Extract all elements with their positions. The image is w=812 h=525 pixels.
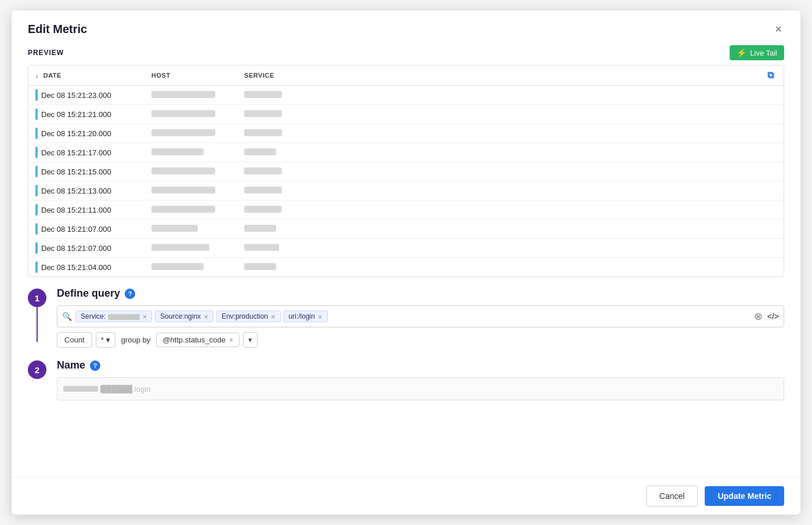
table-row: Dec 08 15:21:07.000	[28, 220, 784, 239]
code-view-button[interactable]: </>	[767, 312, 779, 321]
name-blurred-prefix	[63, 386, 98, 392]
group-by-tag[interactable]: @http.status_code ×	[156, 333, 240, 347]
edit-metric-modal: Edit Metric × PREVIEW ⚡ Live Tail ↓	[12, 10, 800, 515]
modal-footer: Cancel Update Metric	[12, 477, 800, 515]
step-connector-line	[37, 307, 38, 342]
update-metric-button[interactable]: Update Metric	[705, 486, 784, 506]
date-value: Dec 08 15:21:07.000	[41, 225, 111, 234]
define-query-help-icon[interactable]: ?	[125, 289, 135, 299]
host-blurred	[151, 225, 198, 232]
table-row: Dec 08 15:21:13.000	[28, 181, 784, 200]
cancel-button[interactable]: Cancel	[646, 486, 698, 506]
name-help-icon[interactable]: ?	[90, 360, 100, 371]
host-blurred	[151, 187, 215, 194]
modal-header: Edit Metric ×	[12, 10, 800, 45]
service-blurred	[244, 263, 276, 270]
preview-table: ↓ DATE HOST SERVICE ⧉	[28, 65, 784, 276]
col-header-host[interactable]: HOST	[144, 65, 237, 86]
name-section: 2 Name ?	[28, 359, 784, 400]
row-indicator	[35, 204, 38, 216]
group-tag-close[interactable]: ×	[229, 336, 233, 344]
expand-icon[interactable]: ⧉	[767, 70, 774, 81]
table-cell-empty	[330, 181, 784, 200]
table-cell-service	[237, 200, 330, 220]
date-value: Dec 08 15:21:04.000	[41, 263, 111, 272]
table-cell-host	[144, 86, 237, 105]
table-row: Dec 08 15:21:15.000	[28, 162, 784, 181]
date-value: Dec 08 15:21:20.000	[41, 129, 111, 138]
star-label: *	[101, 336, 104, 344]
service-blurred	[244, 148, 276, 155]
row-indicator	[35, 242, 38, 254]
table-row: Dec 08 15:21:07.000	[28, 239, 784, 258]
group-dropdown-button[interactable]: ▾	[243, 332, 258, 348]
host-blurred	[151, 148, 204, 155]
filter-tag-source[interactable]: Source:nginx ×	[155, 311, 213, 322]
table-cell-host	[144, 220, 237, 239]
row-indicator	[35, 166, 38, 177]
table-cell-service	[237, 258, 330, 277]
filter-tag-env[interactable]: Env:production ×	[216, 311, 281, 322]
table-cell-date: Dec 08 15:21:07.000	[28, 239, 144, 258]
preview-section: PREVIEW ⚡ Live Tail ↓ DATE	[28, 45, 784, 277]
count-button[interactable]: Count	[57, 332, 92, 348]
table-row: Dec 08 15:21:17.000	[28, 143, 784, 162]
table-cell-host	[144, 143, 237, 162]
filter-tag-source-close[interactable]: ×	[204, 313, 208, 320]
table-cell-date: Dec 08 15:21:21.000	[28, 105, 144, 124]
table-cell-date: Dec 08 15:21:15.000	[28, 162, 144, 181]
star-select[interactable]: * ▾	[96, 332, 115, 348]
preview-label: PREVIEW	[28, 49, 64, 57]
filter-tag-service[interactable]: Service: ×	[75, 311, 152, 322]
step-1-bubble: 1	[28, 289, 46, 307]
name-content: Name ?	[57, 359, 784, 400]
groupby-label: group by	[119, 336, 153, 344]
host-blurred	[151, 110, 215, 117]
host-blurred	[151, 244, 209, 251]
clear-filters-button[interactable]: ⊗	[754, 310, 763, 323]
table-cell-empty	[330, 143, 784, 162]
host-blurred	[151, 167, 215, 174]
table-cell-empty	[330, 258, 784, 277]
close-button[interactable]: ×	[773, 21, 784, 37]
star-dropdown-arrow: ▾	[106, 336, 110, 344]
name-input-container	[57, 377, 784, 400]
table-row: Dec 08 15:21:04.000	[28, 258, 784, 277]
table-cell-host	[144, 200, 237, 220]
host-blurred	[151, 129, 215, 136]
service-blurred	[244, 225, 276, 232]
host-blurred	[151, 263, 204, 270]
table-row: Dec 08 15:21:23.000	[28, 86, 784, 105]
filter-right-icons: ⊗ </>	[754, 310, 779, 323]
table-cell-empty	[330, 105, 784, 124]
table-cell-date: Dec 08 15:21:07.000	[28, 220, 144, 239]
service-blurred	[244, 129, 282, 136]
table-row: Dec 08 15:21:20.000	[28, 124, 784, 143]
service-blurred	[244, 206, 282, 213]
name-title-row: Name ?	[57, 359, 784, 371]
host-blurred	[151, 206, 215, 213]
table-cell-date: Dec 08 15:21:20.000	[28, 124, 144, 143]
name-input[interactable]	[100, 385, 778, 393]
live-tail-button[interactable]: ⚡ Live Tail	[730, 45, 784, 60]
filter-tag-uri[interactable]: uri:/login ×	[284, 311, 328, 322]
table-cell-empty	[330, 124, 784, 143]
table-cell-service	[237, 124, 330, 143]
table-row: Dec 08 15:21:11.000	[28, 200, 784, 220]
filter-tag-env-close[interactable]: ×	[271, 313, 276, 320]
table-cell-empty	[330, 200, 784, 220]
preview-table-container: ↓ DATE HOST SERVICE ⧉	[28, 65, 784, 277]
filter-tag-uri-close[interactable]: ×	[318, 313, 322, 320]
filter-tag-service-close[interactable]: ×	[143, 313, 147, 320]
table-cell-host	[144, 239, 237, 258]
date-value: Dec 08 15:21:13.000	[41, 187, 111, 195]
define-query-title-row: Define query ?	[57, 287, 784, 300]
sort-arrow-icon: ↓	[35, 72, 39, 79]
define-query-content: Define query ? 🔍 Service: × Source:nginx…	[57, 287, 784, 348]
col-header-service[interactable]: SERVICE	[237, 65, 330, 86]
aggregation-row: Count * ▾ group by @http.status_code × ▾	[57, 332, 784, 348]
define-query-section: 1 Define query ? 🔍 Service: × Source:ng	[28, 287, 784, 348]
filter-input-row[interactable]: 🔍 Service: × Source:nginx × Env:producti…	[57, 305, 784, 327]
date-value: Dec 08 15:21:23.000	[41, 91, 111, 100]
col-header-date[interactable]: ↓ DATE	[28, 65, 144, 86]
